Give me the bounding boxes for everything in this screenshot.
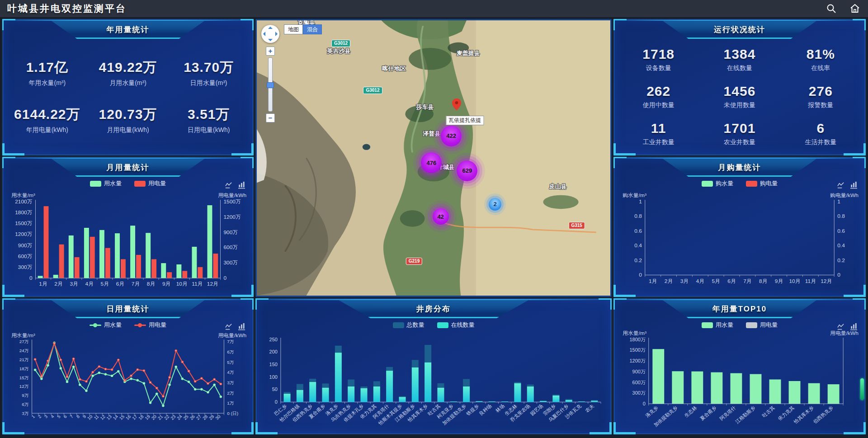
map-pan-control[interactable] xyxy=(261,25,279,43)
toolbox-line-chart-icon[interactable] xyxy=(225,323,232,330)
panel-wellhouse-distribution: 井房分布 总数量在线数量 050100150200250巴仁乡恰尔巴格镇伯西热克… xyxy=(256,299,611,434)
map-type-switcher: 地图混合 xyxy=(284,24,322,34)
toolbox-bar-chart-icon[interactable] xyxy=(238,181,245,189)
wellhouse-distribution-chart[interactable]: 050100150200250巴仁乡恰尔巴格镇伯西热克乡夏合甫乡洛克乡乌吉热克乡… xyxy=(260,330,607,431)
legend-label: 用电量 xyxy=(149,321,166,329)
svg-text:用电量/kWh: 用电量/kWh xyxy=(830,330,859,336)
svg-text:0.8: 0.8 xyxy=(634,213,642,219)
panel-title: 月购量统计 xyxy=(662,158,817,177)
pan-right-icon[interactable] xyxy=(275,32,278,36)
svg-text:6万: 6万 xyxy=(22,402,29,407)
stat-label: 年用电量(kWh) xyxy=(7,126,88,134)
zoom-in-button[interactable]: + xyxy=(266,47,275,56)
annual-top10-chart[interactable]: 用水量/m³用电量/kWh0300万600万900万1200万1500万1800… xyxy=(618,330,861,431)
svg-text:1万: 1万 xyxy=(227,400,234,405)
chart-legend: 用水量用电量 xyxy=(618,320,861,330)
stat-value: 1718 xyxy=(618,47,699,62)
home-icon[interactable] xyxy=(849,3,861,14)
toolbox-line-chart-icon[interactable] xyxy=(837,323,844,330)
toolbox-line-chart-icon[interactable] xyxy=(225,181,232,189)
legend-item[interactable]: 用电量 xyxy=(134,179,166,188)
legend-item[interactable]: 用电量 xyxy=(134,321,166,329)
chart-toolbox xyxy=(225,181,245,189)
legend-swatch xyxy=(702,322,713,328)
svg-text:1月: 1月 xyxy=(649,278,657,284)
stat-value: 13.70万 xyxy=(168,58,249,77)
daily-usage-chart[interactable]: 用水量/m³用电量/kWh3万6万9万12万15万18万21万24万27万0 (… xyxy=(7,330,249,431)
stat-value: 11 xyxy=(618,121,699,136)
zoom-slider-handle[interactable] xyxy=(267,82,274,88)
search-icon[interactable] xyxy=(826,3,837,14)
monthly-purchase-chart[interactable]: 购水量/m³购电量/kWh00.20.40.60.8100.20.40.60.8… xyxy=(618,188,861,293)
svg-text:用电量/kWh: 用电量/kWh xyxy=(218,192,246,198)
legend-item[interactable]: 总数量 xyxy=(393,321,425,329)
chart-legend: 总数量在线数量 xyxy=(260,320,607,330)
map-type-button[interactable]: 混合 xyxy=(303,24,322,34)
stat-label: 生活井数量 xyxy=(780,138,861,146)
app-header: 叶城县井电双控监测平台 xyxy=(0,0,868,17)
stat-item: 1384在线数量 xyxy=(699,47,780,72)
svg-text:购水量/m³: 购水量/m³ xyxy=(623,193,646,199)
svg-text:购电量/kWh: 购电量/kWh xyxy=(830,193,859,199)
well-cluster-marker[interactable]: 422 xyxy=(441,126,462,146)
stat-item: 262使用中数量 xyxy=(618,84,699,109)
panel-run-status: 运行状况统计 1718设备数量1384在线数量81%在线率262使用中数量145… xyxy=(614,19,865,155)
svg-text:2月: 2月 xyxy=(665,278,673,284)
svg-text:21万: 21万 xyxy=(19,357,29,362)
well-cluster-marker[interactable]: 2 xyxy=(489,198,501,211)
page-title: 叶城县井电双控监测平台 xyxy=(7,2,127,15)
toolbox-line-chart-icon[interactable] xyxy=(837,181,844,189)
svg-text:恰其库木乡: 恰其库木乡 xyxy=(792,405,815,424)
stat-item: 276报警数量 xyxy=(780,84,861,109)
chart-toolbox xyxy=(837,181,858,189)
stat-label: 设备数量 xyxy=(618,64,699,72)
legend-item[interactable]: 购电量 xyxy=(746,179,778,188)
stat-item: 6生活井数量 xyxy=(780,121,861,146)
legend-item[interactable]: 用水量 xyxy=(702,321,733,329)
map-place-label: 泽普县 xyxy=(423,130,441,138)
svg-text:250: 250 xyxy=(269,337,278,342)
scrollbar-thumb[interactable] xyxy=(860,378,864,400)
pan-down-icon[interactable] xyxy=(268,39,273,41)
stat-label: 年用水量(m³) xyxy=(7,79,88,87)
zoom-slider-track[interactable] xyxy=(268,57,273,112)
legend-swatch xyxy=(746,322,757,328)
legend-item[interactable]: 用电量 xyxy=(746,321,778,329)
legend-item[interactable]: 用水量 xyxy=(90,321,122,329)
svg-text:夏合甫乡: 夏合甫乡 xyxy=(699,405,717,421)
svg-text:1500万: 1500万 xyxy=(223,198,241,204)
svg-text:11月: 11月 xyxy=(805,278,816,284)
stat-value: 276 xyxy=(780,84,861,99)
toolbox-bar-chart-icon[interactable] xyxy=(238,323,245,330)
legend-item[interactable]: 在线数量 xyxy=(437,321,475,329)
pan-left-icon[interactable] xyxy=(263,32,265,36)
location-pin-icon[interactable] xyxy=(452,98,461,113)
pin-label: 瓦依提扎依提 xyxy=(446,116,484,125)
svg-text:0.2: 0.2 xyxy=(634,257,642,263)
stat-label: 工业井数量 xyxy=(618,138,699,146)
stat-value: 3.51万 xyxy=(168,105,249,124)
svg-text:0.6: 0.6 xyxy=(634,228,642,234)
toolbox-bar-chart-icon[interactable] xyxy=(850,323,858,330)
monthly-usage-chart[interactable]: 用水量/m³用电量/kWh0300万600万900万1200万1500万1800… xyxy=(7,188,249,293)
satellite-map[interactable]: 克陶县英吉沙县喀什地区麦盖提县莎车县泽普县叶城县皮山县G3012G3012G31… xyxy=(257,20,610,296)
well-cluster-marker[interactable]: 629 xyxy=(457,160,477,181)
stat-label: 日用电量(kWh) xyxy=(168,126,249,134)
well-cluster-marker[interactable]: 476 xyxy=(421,152,442,173)
toolbox-bar-chart-icon[interactable] xyxy=(850,181,858,189)
panel-daily-usage: 日用量统计 用水量用电量 用水量/m³用电量/kWh3万6万9万12万15万18… xyxy=(3,299,253,434)
panel-monthly-purchase: 月购量统计 购水量购电量 购水量/m³购电量/kWh00.20.40.60.81… xyxy=(614,157,865,297)
legend-item[interactable]: 购水量 xyxy=(702,179,733,188)
zoom-out-button[interactable]: − xyxy=(266,113,275,122)
stat-value: 6 xyxy=(780,121,861,136)
well-cluster-marker[interactable]: 42 xyxy=(433,208,449,225)
svg-text:3月: 3月 xyxy=(70,281,78,287)
map-type-button[interactable]: 地图 xyxy=(284,24,303,34)
svg-text:伯西热克乡: 伯西热克乡 xyxy=(812,405,834,424)
svg-text:0: 0 xyxy=(837,272,840,278)
legend-item[interactable]: 用水量 xyxy=(90,179,122,188)
pan-up-icon[interactable] xyxy=(268,27,273,29)
legend-swatch xyxy=(702,181,713,187)
svg-text:2: 2 xyxy=(37,414,42,419)
svg-text:4: 4 xyxy=(50,414,55,419)
